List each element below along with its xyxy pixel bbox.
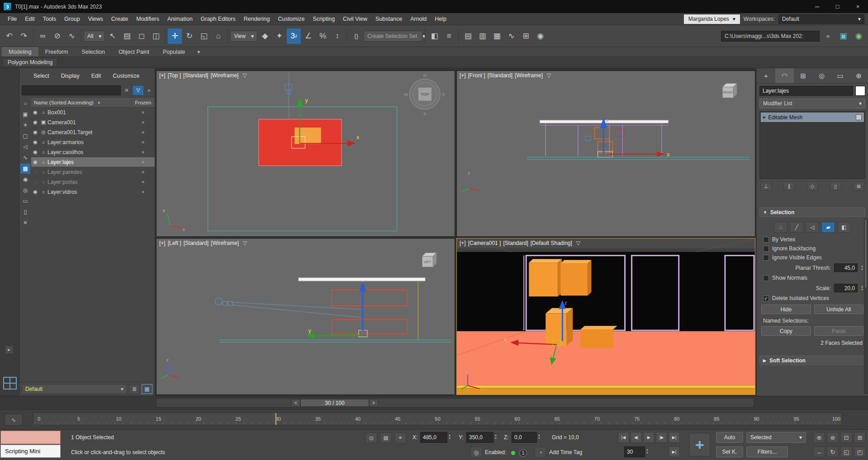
zoom-extents-all-icon[interactable]: ⊞ <box>854 432 866 443</box>
ribbon-tab-object-paint[interactable]: Object Paint <box>112 47 156 56</box>
layers-stack-icon[interactable]: ≣ <box>129 384 140 394</box>
rectangular-selection-region-button[interactable]: ◻ <box>134 28 148 44</box>
selection-lock-icon[interactable]: ⊠ <box>380 432 392 443</box>
visibility-eye-icon[interactable]: ◉ <box>31 149 39 155</box>
display-lights-icon[interactable]: ☀ <box>20 120 30 130</box>
hide-button[interactable]: Hide <box>761 305 811 314</box>
viewport-menu-style[interactable]: [Standard] <box>503 240 528 246</box>
visibility-eye-icon[interactable]: ◉ <box>31 139 39 145</box>
menu-scripting[interactable]: Scripting <box>308 16 339 22</box>
orbit-icon[interactable]: ↻ <box>827 446 839 457</box>
expand-panel-button[interactable]: ► <box>5 345 14 354</box>
viewport-menu-shading[interactable]: [Wireframe] <box>515 72 543 79</box>
ribbon-panel-polygon-modeling[interactable]: Polygon Modeling <box>3 58 57 67</box>
key-filters-button[interactable]: Filters... <box>746 446 788 457</box>
viewport-menu-general[interactable]: [+] <box>159 240 166 246</box>
ribbon-tab-modeling[interactable]: Modeling <box>2 47 38 56</box>
display-cameras-icon[interactable]: ▢ <box>20 131 30 141</box>
viewport-filter-icon[interactable]: ▽ <box>243 240 247 246</box>
viewcube-top-face[interactable]: TOP <box>421 92 429 97</box>
top-viewport-canvas[interactable]: y x y x TOP N W <box>157 71 455 236</box>
list-item[interactable]: ◉○ Box001 ∗ <box>31 108 155 117</box>
modifier-onoff-icon[interactable] <box>856 114 862 120</box>
soft-selection-rollout-header[interactable]: ▶ Soft Selection <box>759 356 865 365</box>
left-viewport-canvas[interactable]: y z LEFT <box>157 239 455 394</box>
workspace-dropdown[interactable]: Default ▾ <box>778 14 864 24</box>
planar-threshold-field[interactable]: 45,0 <box>834 263 858 272</box>
zoom-icon[interactable]: ⊕ <box>813 432 825 443</box>
menu-rendering[interactable]: Rendering <box>240 16 274 22</box>
show-normals-row[interactable]: Show Normals <box>757 273 868 282</box>
delete-isolated-row[interactable]: ✓ Delete Isolated Vertices <box>757 294 868 303</box>
modifier-list-dropdown[interactable]: Modifier List ▾ <box>759 99 865 108</box>
ignore-backfacing-row[interactable]: Ignore Backfacing <box>757 244 868 253</box>
display-visibility-icon[interactable]: ◎ <box>20 185 30 195</box>
auto-key-button[interactable]: Auto <box>716 432 743 443</box>
frame-ruler[interactable]: 0 5 10 15 20 25 30 35 40 45 50 55 60 65 … <box>33 413 842 425</box>
command-panel-scrollbar[interactable] <box>864 218 868 394</box>
remove-modifier-icon[interactable]: ▯ <box>830 182 841 191</box>
selected-faces[interactable] <box>294 127 322 145</box>
visibility-eye-icon[interactable]: ◉ <box>31 159 39 165</box>
display-geometry-icon[interactable]: ▦ <box>20 164 30 174</box>
frozen-toggle-icon[interactable]: ∗ <box>131 130 155 135</box>
set-keys-button[interactable]: + <box>689 433 710 456</box>
frozen-column-header[interactable]: Frozen <box>131 100 155 105</box>
viewport-filter-icon[interactable]: ▽ <box>242 72 247 79</box>
utilities-tab-icon[interactable]: ⊕ <box>849 68 868 83</box>
create-tab-icon[interactable]: + <box>757 68 775 83</box>
visibility-eye-icon[interactable]: ◌ <box>31 179 39 185</box>
toggle-scene-explorer-button[interactable]: ▤ <box>461 28 475 44</box>
menu-group[interactable]: Group <box>60 16 84 22</box>
render-frame-window-button[interactable]: ▣ <box>836 28 850 44</box>
visibility-eye-icon[interactable]: ◉ <box>31 109 39 115</box>
next-frame-button[interactable]: |▶ <box>656 432 667 443</box>
frozen-toggle-icon[interactable]: ∗ <box>131 120 155 125</box>
explorer-grid-view-icon[interactable]: ▦ <box>142 384 152 394</box>
vertex-mode-icon[interactable]: ∴ <box>774 222 787 233</box>
display-shapes-icon[interactable]: ∿ <box>20 153 30 163</box>
front-viewport-canvas[interactable]: z x z FRONT <box>457 71 755 236</box>
by-vertex-row[interactable]: By Vertex <box>757 235 868 244</box>
go-to-end-frame-button[interactable]: ▶| <box>669 446 680 457</box>
window-crossing-button[interactable]: ◫ <box>149 28 163 44</box>
align-button[interactable]: ≡ <box>442 28 456 44</box>
x-coordinate-field[interactable] <box>420 432 447 443</box>
frozen-toggle-icon[interactable]: ∗ <box>131 179 155 184</box>
list-item[interactable]: ◌○ Layer:portas ∗ <box>31 177 155 187</box>
explorer-menu-customize[interactable]: Customize <box>108 73 144 79</box>
menu-arnold[interactable]: Arnold <box>406 16 431 22</box>
current-frame-marker[interactable] <box>275 413 276 425</box>
menu-edit[interactable]: Edit <box>21 16 39 22</box>
viewport-layout-tabs-icon[interactable] <box>3 377 17 390</box>
display-materials-icon[interactable]: ◉ <box>20 174 30 184</box>
display-tab-icon[interactable]: ▭ <box>831 68 849 83</box>
frozen-toggle-icon[interactable]: ∗ <box>131 160 155 164</box>
camera-object[interactable] <box>215 298 361 317</box>
ribbon-display-toggle[interactable]: ▾ <box>192 47 205 56</box>
viewport-menu-shading[interactable]: [Wireframe] <box>211 240 239 246</box>
paste-button[interactable]: Paste <box>814 326 864 336</box>
selection-rollout-header[interactable]: ▼ Selection <box>759 207 865 217</box>
search-filter-funnel-icon[interactable]: ▽ <box>133 85 144 95</box>
minimize-button[interactable]: ─ <box>807 0 827 13</box>
angle-snap-button[interactable]: ∠ <box>301 28 315 44</box>
display-frozen-icon[interactable]: ▭ <box>20 196 30 206</box>
viewport-menu-pov[interactable]: [Top ] <box>168 72 181 79</box>
viewport-menu-shading[interactable]: [Wireframe] <box>210 72 238 79</box>
maximize-viewport-toggle-icon[interactable]: ◰ <box>854 446 866 457</box>
ignore-visible-edges-checkbox[interactable] <box>763 255 769 261</box>
time-slider-track[interactable]: < 30 / 100 > <box>156 398 754 408</box>
next-frame-icon[interactable]: > <box>369 399 378 407</box>
unlink-selection-button[interactable]: ⊘ <box>50 28 64 44</box>
close-button[interactable]: × <box>848 0 868 13</box>
toolbar-overflow-button[interactable]: » <box>821 28 835 44</box>
select-and-rotate-button[interactable]: ↻ <box>182 28 196 44</box>
go-to-end-button[interactable]: ▶| <box>669 432 680 443</box>
previous-frame-icon[interactable]: < <box>291 399 300 407</box>
copy-button[interactable]: Copy <box>761 326 811 336</box>
toggle-layer-explorer-button[interactable]: ▥ <box>475 28 489 44</box>
list-item[interactable]: ◉○ Layer:vidros ∗ <box>31 187 155 197</box>
select-and-scale-button[interactable]: ◱ <box>197 28 211 44</box>
viewport-menu-pov[interactable]: [Front ] <box>468 72 485 79</box>
